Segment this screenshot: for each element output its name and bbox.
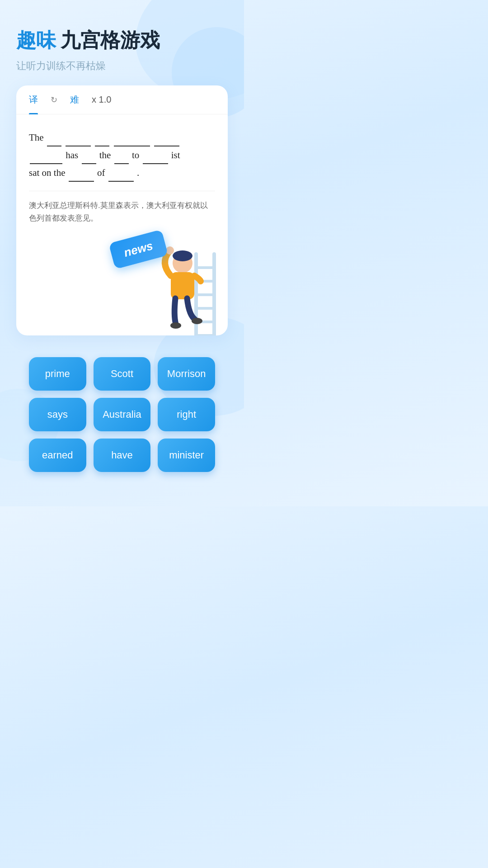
word-btn-earned[interactable]: earned (29, 439, 86, 472)
blank-3 (95, 137, 109, 146)
tiles-area: news (16, 236, 228, 335)
svg-rect-10 (171, 272, 194, 299)
word-btn-have[interactable]: have (94, 439, 151, 472)
word-grid: prime Scott Morrison says Australia righ… (16, 348, 228, 488)
svg-point-13 (166, 246, 174, 255)
word-btn-morrison[interactable]: Morrison (158, 357, 215, 391)
title-main: 九宫格游戏 (61, 27, 160, 54)
svg-point-11 (170, 322, 181, 329)
title-fun: 趣味 (16, 27, 56, 54)
blank-5 (154, 137, 179, 146)
sentence-area: The has the to ist sat on the of (16, 114, 228, 236)
word-btn-says[interactable]: says (29, 398, 86, 431)
word-btn-right[interactable]: right (158, 398, 215, 431)
blank-4 (114, 137, 150, 146)
blank-9 (143, 154, 168, 164)
blank-8 (114, 154, 129, 164)
card-tabs: 译 ↻ 难 x 1.0 (16, 85, 228, 114)
subtitle: 让听力训练不再枯燥 (16, 59, 228, 73)
svg-point-9 (173, 250, 192, 261)
blank-10 (69, 172, 94, 182)
header: 趣味 九宫格游戏 让听力训练不再枯燥 (16, 27, 228, 73)
word-btn-scott[interactable]: Scott (94, 357, 151, 391)
tab-translate[interactable]: 译 (29, 85, 38, 114)
blank-2 (66, 137, 91, 146)
blank-6 (30, 154, 62, 164)
word-btn-australia[interactable]: Australia (94, 398, 151, 431)
game-card: 译 ↻ 难 x 1.0 The has the (16, 85, 228, 335)
blank-11 (108, 172, 134, 182)
sentence-text: The has the to ist sat on the of (29, 129, 215, 182)
tab-refresh[interactable]: ↻ (51, 85, 57, 114)
tab-difficulty[interactable]: 难 (70, 85, 79, 114)
blank-1 (47, 137, 61, 146)
translation-text: 澳大利亚总理斯科特.莫里森表示，澳大利亚有权就以色列首都发表意见。 (29, 191, 215, 226)
title-row: 趣味 九宫格游戏 (16, 27, 228, 54)
word-btn-minister[interactable]: minister (158, 439, 215, 472)
svg-point-12 (192, 318, 202, 324)
blank-7 (82, 154, 96, 164)
word-btn-prime[interactable]: prime (29, 357, 86, 391)
tab-speed[interactable]: x 1.0 (92, 85, 111, 114)
